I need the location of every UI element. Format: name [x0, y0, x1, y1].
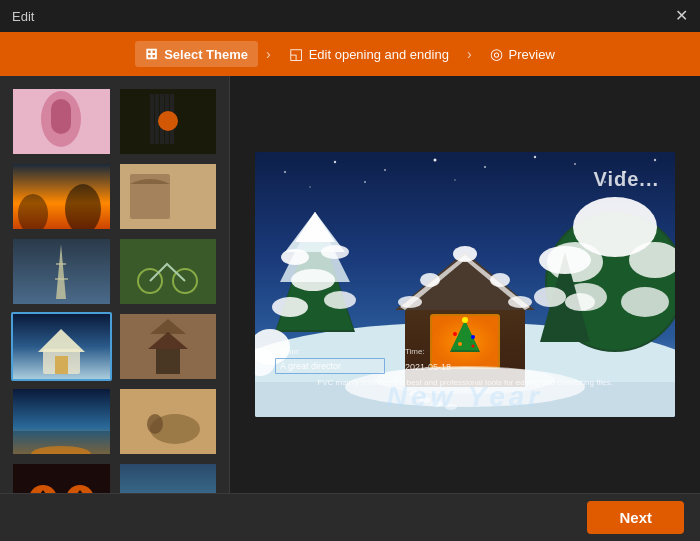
- bottom-bar: Next: [0, 493, 700, 541]
- svg-point-64: [324, 291, 356, 309]
- theme-grid: [0, 76, 229, 493]
- svg-rect-2: [51, 99, 71, 134]
- next-button[interactable]: Next: [587, 501, 684, 534]
- select-theme-icon: ⊞: [145, 45, 158, 63]
- theme-item-5[interactable]: [11, 237, 112, 306]
- author-input[interactable]: [275, 358, 385, 374]
- svg-point-51: [309, 186, 311, 188]
- theme-item-1[interactable]: [11, 87, 112, 156]
- svg-point-46: [434, 159, 437, 162]
- svg-rect-29: [156, 349, 180, 374]
- svg-point-49: [574, 163, 576, 165]
- close-button[interactable]: ✕: [675, 8, 688, 24]
- svg-point-79: [534, 287, 566, 307]
- preview-container: Vide... Author: Time: 2021-05-18 FVC mai…: [255, 152, 675, 417]
- theme-item-2[interactable]: [118, 87, 219, 156]
- theme-item-11[interactable]: [11, 462, 112, 493]
- edit-opening-icon: ◱: [289, 45, 303, 63]
- svg-point-94: [462, 317, 468, 323]
- svg-point-52: [364, 181, 366, 183]
- svg-point-89: [508, 296, 532, 308]
- svg-point-87: [490, 273, 510, 287]
- wizard-step-select-theme[interactable]: ⊞ Select Theme: [135, 41, 258, 67]
- theme-item-6[interactable]: [118, 237, 219, 306]
- svg-point-76: [621, 287, 669, 317]
- svg-rect-4: [150, 94, 154, 144]
- svg-point-85: [453, 246, 477, 262]
- theme-item-9[interactable]: [11, 387, 112, 456]
- wizard-bar: ⊞ Select Theme › ◱ Edit opening and endi…: [0, 32, 700, 76]
- svg-point-48: [534, 156, 536, 158]
- svg-rect-25: [55, 356, 68, 374]
- time-label: Time:: [405, 347, 451, 356]
- title-bar: Edit ✕: [0, 0, 700, 32]
- svg-point-35: [147, 414, 163, 434]
- window-title: Edit: [12, 9, 34, 24]
- svg-point-55: [654, 159, 656, 161]
- svg-point-80: [565, 293, 595, 311]
- svg-point-95: [453, 332, 457, 336]
- chevron-2: ›: [467, 46, 472, 62]
- wizard-step-label-3: Preview: [509, 47, 555, 62]
- wizard-step-label-2: Edit opening and ending: [309, 47, 449, 62]
- svg-point-67: [321, 245, 349, 259]
- svg-point-65: [291, 269, 335, 291]
- svg-point-88: [398, 296, 422, 308]
- theme-item-8[interactable]: [118, 312, 219, 381]
- author-field: Author:: [275, 347, 385, 374]
- preview-overlay-title: Vide...: [593, 168, 659, 191]
- theme-item-3[interactable]: [11, 162, 112, 231]
- main-area: Vide... Author: Time: 2021-05-18 FVC mai…: [0, 76, 700, 493]
- theme-item-4[interactable]: [118, 162, 219, 231]
- svg-rect-19: [120, 239, 217, 304]
- svg-rect-36: [13, 464, 110, 493]
- info-fields: Author: Time: 2021-05-18: [275, 347, 655, 374]
- svg-point-45: [384, 169, 386, 171]
- svg-point-86: [420, 273, 440, 287]
- theme-item-7[interactable]: [11, 312, 112, 381]
- svg-point-44: [334, 161, 336, 163]
- svg-point-43: [284, 171, 286, 173]
- time-value: 2021-05-18: [405, 358, 451, 372]
- new-year-text: New Year: [387, 381, 544, 413]
- preview-icon: ◎: [490, 45, 503, 63]
- svg-point-63: [272, 297, 308, 317]
- chevron-1: ›: [266, 46, 271, 62]
- svg-point-97: [458, 342, 462, 346]
- content-area: Vide... Author: Time: 2021-05-18 FVC mai…: [230, 76, 700, 493]
- svg-point-66: [281, 249, 309, 265]
- svg-point-9: [158, 111, 178, 131]
- svg-point-47: [484, 166, 486, 168]
- author-label: Author:: [275, 347, 385, 356]
- wizard-step-edit-opening[interactable]: ◱ Edit opening and ending: [279, 41, 459, 67]
- wizard-step-label-1: Select Theme: [164, 47, 248, 62]
- theme-item-12[interactable]: [118, 462, 219, 493]
- theme-item-10[interactable]: [118, 387, 219, 456]
- theme-sidebar: [0, 76, 230, 493]
- wizard-step-preview[interactable]: ◎ Preview: [480, 41, 565, 67]
- svg-rect-41: [120, 464, 217, 493]
- svg-point-78: [539, 246, 591, 274]
- time-field: Time: 2021-05-18: [405, 347, 451, 374]
- svg-point-53: [454, 179, 456, 181]
- svg-point-96: [471, 335, 475, 339]
